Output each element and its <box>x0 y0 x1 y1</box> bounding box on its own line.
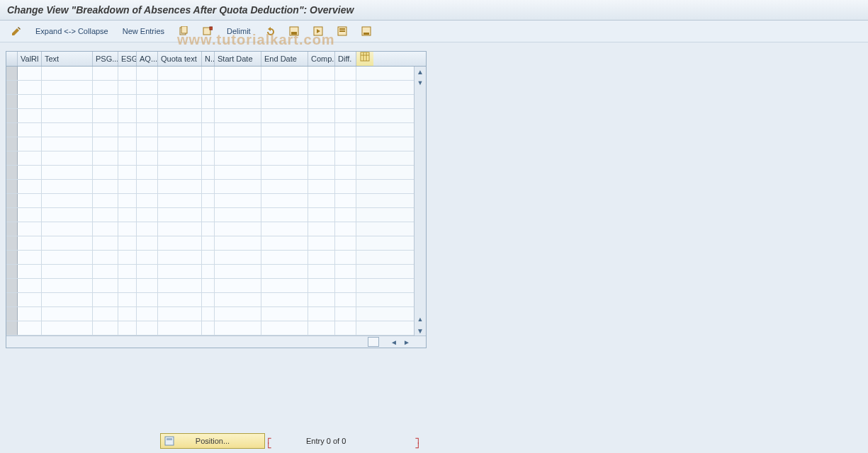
row-selector[interactable] <box>6 307 18 321</box>
cell[interactable] <box>118 307 137 321</box>
cell[interactable] <box>215 321 261 335</box>
cell[interactable] <box>202 137 215 151</box>
cell[interactable] <box>118 67 137 80</box>
cell[interactable] <box>215 137 261 151</box>
cell[interactable] <box>261 293 308 306</box>
table-row[interactable] <box>6 81 415 95</box>
cell[interactable] <box>261 307 308 321</box>
cell[interactable] <box>261 137 308 151</box>
cell[interactable] <box>158 166 202 179</box>
scroll-right-icon[interactable]: ► <box>402 338 412 346</box>
save-next-icon[interactable] <box>309 25 327 38</box>
cell[interactable] <box>18 180 42 193</box>
cell[interactable] <box>137 194 158 207</box>
cell[interactable] <box>42 307 93 321</box>
hscroll-thumb[interactable] <box>368 337 379 347</box>
cell[interactable] <box>261 236 308 250</box>
cell[interactable] <box>93 81 118 94</box>
cell[interactable] <box>202 95 215 108</box>
col-start-date[interactable]: Start Date <box>215 52 261 66</box>
cell[interactable] <box>202 293 215 306</box>
cell[interactable] <box>202 321 215 335</box>
cell[interactable] <box>202 194 215 207</box>
row-selector[interactable] <box>6 194 18 207</box>
cell[interactable] <box>261 109 308 122</box>
col-aq[interactable]: AQ... <box>137 52 158 66</box>
cell[interactable] <box>42 95 93 108</box>
cell[interactable] <box>118 109 137 122</box>
cell[interactable] <box>137 236 158 250</box>
row-selector[interactable] <box>6 265 18 278</box>
cell[interactable] <box>42 67 93 80</box>
cell[interactable] <box>335 222 356 236</box>
cell[interactable] <box>93 67 118 80</box>
cell[interactable] <box>215 222 261 236</box>
table-row[interactable] <box>6 251 415 265</box>
cell[interactable] <box>261 194 308 207</box>
table-settings-icon[interactable] <box>356 52 373 66</box>
cell[interactable] <box>118 222 137 236</box>
cell[interactable] <box>93 265 118 278</box>
cell[interactable] <box>118 194 137 207</box>
cell[interactable] <box>158 180 202 193</box>
cell[interactable] <box>42 236 93 250</box>
cell[interactable] <box>118 279 137 292</box>
table-row[interactable] <box>6 137 415 151</box>
cell[interactable] <box>18 67 42 80</box>
cell[interactable] <box>215 194 261 207</box>
cell[interactable] <box>335 166 356 179</box>
cell[interactable] <box>42 265 93 278</box>
cell[interactable] <box>261 265 308 278</box>
cell[interactable] <box>137 81 158 94</box>
cell[interactable] <box>215 265 261 278</box>
row-selector[interactable] <box>6 180 18 193</box>
position-button[interactable]: Position... <box>160 433 265 449</box>
cell[interactable] <box>42 194 93 207</box>
cell[interactable] <box>158 307 202 321</box>
row-selector[interactable] <box>6 95 18 108</box>
cell[interactable] <box>335 180 356 193</box>
cell[interactable] <box>93 180 118 193</box>
cell[interactable] <box>308 307 335 321</box>
row-selector[interactable] <box>6 279 18 292</box>
cell[interactable] <box>308 109 335 122</box>
cell[interactable] <box>18 123 42 137</box>
cell[interactable] <box>335 81 356 94</box>
cell[interactable] <box>137 166 158 179</box>
row-selector[interactable] <box>6 109 18 122</box>
cell[interactable] <box>118 208 137 222</box>
cell[interactable] <box>215 95 261 108</box>
col-text[interactable]: Text <box>42 52 93 66</box>
cell[interactable] <box>202 151 215 165</box>
cell[interactable] <box>202 109 215 122</box>
cell[interactable] <box>308 222 335 236</box>
cell[interactable] <box>93 251 118 264</box>
cell[interactable] <box>261 321 308 335</box>
cell[interactable] <box>158 81 202 94</box>
cell[interactable] <box>93 95 118 108</box>
cell[interactable] <box>93 137 118 151</box>
row-selector[interactable] <box>6 236 18 250</box>
cell[interactable] <box>261 151 308 165</box>
cell[interactable] <box>18 166 42 179</box>
cell[interactable] <box>42 293 93 306</box>
cell[interactable] <box>261 67 308 80</box>
cell[interactable] <box>215 208 261 222</box>
col-comp[interactable]: Comp. <box>308 52 335 66</box>
cell[interactable] <box>261 95 308 108</box>
row-selector[interactable] <box>6 123 18 137</box>
row-selector-header[interactable] <box>6 52 18 66</box>
cell[interactable] <box>42 123 93 137</box>
cell[interactable] <box>18 109 42 122</box>
cell[interactable] <box>118 321 137 335</box>
cell[interactable] <box>93 279 118 292</box>
cell[interactable] <box>137 265 158 278</box>
scroll-up-icon[interactable]: ▲ <box>415 67 425 76</box>
table-row[interactable] <box>6 166 415 180</box>
cell[interactable] <box>335 236 356 250</box>
cell[interactable] <box>261 222 308 236</box>
row-selector[interactable] <box>6 208 18 222</box>
cell[interactable] <box>158 251 202 264</box>
cell[interactable] <box>18 137 42 151</box>
table-row[interactable] <box>6 123 415 137</box>
